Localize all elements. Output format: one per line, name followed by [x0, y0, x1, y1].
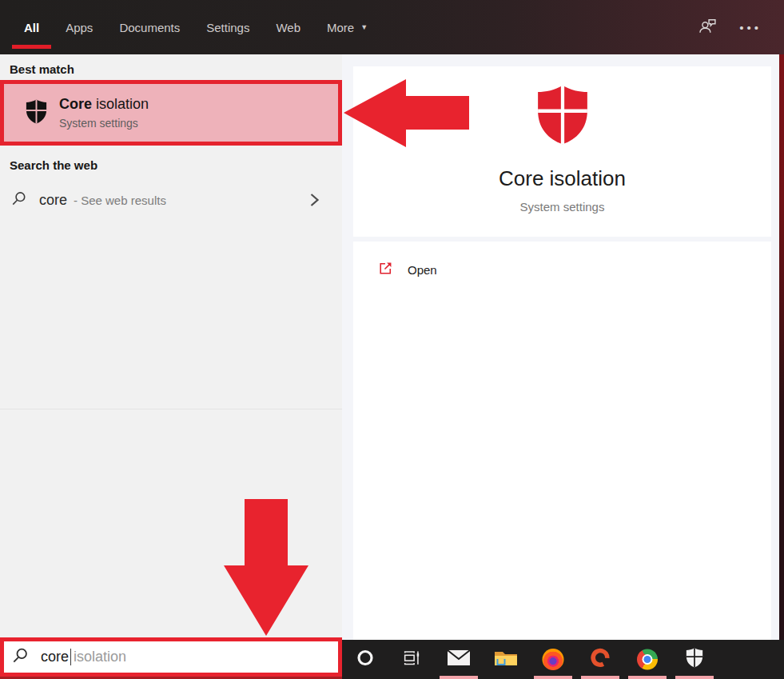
running-indicator-origin — [581, 676, 619, 679]
tab-documents-label: Documents — [119, 21, 180, 34]
tab-apps-label: Apps — [66, 21, 93, 34]
result-subtitle: System settings — [59, 117, 149, 130]
open-external-icon — [377, 260, 394, 280]
running-indicator-chrome — [628, 676, 667, 679]
web-hint-text: - See web results — [74, 194, 166, 207]
tab-more-label: More — [327, 21, 354, 34]
preview-panel: Core isolation System settings Open — [342, 54, 779, 640]
open-action[interactable]: Open — [353, 242, 771, 280]
tab-settings-label: Settings — [206, 21, 249, 34]
windows-security-shield-icon — [353, 82, 771, 150]
tab-apps[interactable]: Apps — [66, 0, 93, 54]
ellipsis-icon[interactable]: ••• — [739, 21, 762, 34]
tab-more[interactable]: More ▼ — [327, 0, 368, 54]
text-cursor — [70, 649, 71, 665]
search-icon — [11, 191, 26, 210]
preview-title: Core isolation — [353, 166, 771, 191]
preview-subtitle: System settings — [353, 200, 771, 214]
chevron-down-icon: ▼ — [360, 23, 368, 31]
tab-documents[interactable]: Documents — [119, 0, 180, 54]
firefox-icon[interactable] — [543, 648, 564, 669]
filter-tabs: All Apps Documents Settings Web More ▼ — [0, 0, 368, 54]
windows-security-shield-icon — [24, 98, 49, 128]
tab-all-label: All — [24, 21, 39, 34]
web-query-text: core — [39, 192, 67, 209]
best-match-result-core-isolation[interactable]: Core isolation System settings — [0, 80, 342, 146]
file-explorer-icon[interactable] — [494, 647, 518, 670]
results-divider — [0, 409, 342, 409]
desktop-edge-strip — [779, 54, 784, 640]
result-title-rest: isolation — [92, 96, 149, 112]
running-indicator-firefox — [534, 676, 572, 679]
preview-actions-card: Open — [353, 242, 771, 640]
results-panel: Best match Core isolation System setting… — [0, 54, 342, 640]
preview-header-card: Core isolation System settings — [353, 66, 771, 237]
tab-web[interactable]: Web — [276, 0, 300, 54]
result-title: Core isolation — [59, 96, 149, 113]
running-indicator-security — [675, 676, 714, 679]
tab-settings[interactable]: Settings — [206, 0, 249, 54]
windows-security-icon[interactable] — [685, 646, 705, 671]
taskbar — [342, 640, 784, 679]
task-view-icon[interactable] — [402, 647, 422, 670]
topbar-actions: ••• — [698, 0, 784, 54]
feedback-person-chat-icon[interactable] — [698, 16, 718, 39]
origin-icon[interactable] — [590, 646, 611, 671]
windows-search-screen: All Apps Documents Settings Web More ▼ •… — [0, 0, 784, 679]
open-action-label: Open — [408, 263, 437, 277]
search-icon — [12, 648, 28, 667]
tab-all[interactable]: All — [24, 0, 39, 54]
search-web-header: Search the web — [10, 158, 98, 172]
search-typed-text: core — [41, 649, 69, 665]
search-input[interactable]: core isolation — [0, 637, 342, 677]
best-match-header: Best match — [10, 62, 74, 76]
web-result-row[interactable]: core - See web results — [0, 182, 342, 218]
chrome-icon[interactable] — [637, 649, 658, 669]
cortana-icon[interactable] — [356, 649, 374, 669]
result-title-query-part: Core — [59, 96, 92, 112]
mail-icon[interactable] — [447, 648, 471, 669]
search-filter-bar: All Apps Documents Settings Web More ▼ •… — [0, 0, 784, 54]
best-match-text: Core isolation System settings — [59, 96, 149, 130]
chevron-right-icon[interactable] — [309, 192, 320, 211]
tab-web-label: Web — [276, 21, 300, 34]
search-suggestion-text: isolation — [74, 649, 126, 665]
running-indicator-mail — [440, 676, 478, 679]
